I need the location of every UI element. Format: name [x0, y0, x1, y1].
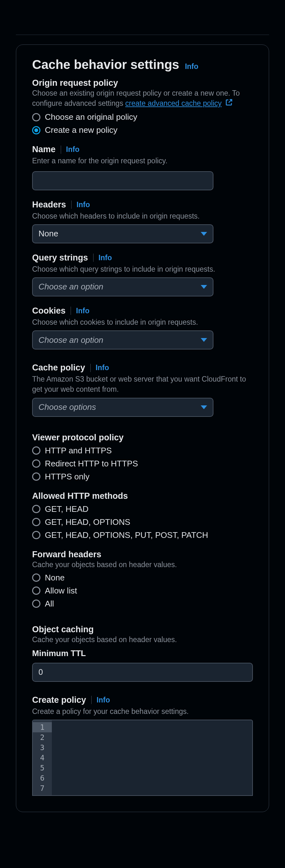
select-placeholder: Choose an option — [38, 335, 104, 345]
object-caching-label: Object caching — [32, 625, 253, 634]
cookies-label: Cookies — [32, 306, 65, 316]
radio-redirect-https[interactable]: Redirect HTTP to HTTPS — [32, 459, 253, 469]
radio-icon — [32, 472, 40, 481]
allowed-methods-label: Allowed HTTP methods — [32, 491, 253, 501]
viewer-protocol-section: Viewer protocol policy HTTP and HTTPS Re… — [32, 433, 253, 482]
radio-label: Redirect HTTP to HTTPS — [45, 459, 138, 469]
select-value: None — [38, 229, 58, 239]
radio-icon — [32, 518, 40, 526]
radio-icon — [32, 505, 40, 513]
origin-request-policy-section: Origin request policy Choose an existing… — [32, 78, 253, 135]
origin-request-policy-label: Origin request policy — [32, 78, 253, 88]
radio-icon — [32, 587, 40, 595]
radio-forward-none[interactable]: None — [32, 573, 253, 583]
radio-label: GET, HEAD, OPTIONS, PUT, POST, PATCH — [45, 530, 208, 540]
radio-icon — [32, 574, 40, 582]
name-input[interactable] — [32, 171, 213, 190]
create-advanced-cache-policy-link[interactable]: create advanced cache policy — [125, 99, 222, 107]
query-strings-select[interactable]: Choose an option — [32, 277, 213, 297]
select-placeholder: Choose options — [38, 402, 96, 412]
headers-section: Headers Info Choose which headers to inc… — [32, 200, 253, 243]
object-caching-helper: Cache your objects based on header value… — [32, 634, 253, 645]
name-section: Name Info Enter a name for the origin re… — [32, 145, 253, 190]
origin-request-policy-helper: Choose an existing origin request policy… — [32, 88, 253, 109]
radio-label: Create a new policy — [45, 125, 117, 135]
external-link-icon — [225, 98, 233, 109]
divider-icon — [91, 696, 92, 704]
radio-get-head[interactable]: GET, HEAD — [32, 504, 253, 514]
query-strings-label: Query strings — [32, 253, 88, 263]
viewer-protocol-label: Viewer protocol policy — [32, 433, 253, 442]
radio-icon — [32, 459, 40, 468]
radio-label: GET, HEAD, OPTIONS — [45, 517, 131, 527]
cache-policy-helper: The Amazon S3 bucket or web server that … — [32, 374, 253, 394]
divider-icon — [93, 253, 93, 262]
cache-policy-select[interactable]: Choose options — [32, 398, 213, 417]
name-label: Name — [32, 145, 56, 154]
object-caching-section: Object caching Cache your objects based … — [32, 625, 253, 682]
panel-title-row: Cache behavior settings Info — [32, 58, 253, 72]
radio-get-head-options[interactable]: GET, HEAD, OPTIONS — [32, 517, 253, 527]
forward-headers-label: Forward headers — [32, 550, 253, 559]
gutter-line: 3 — [33, 743, 52, 753]
allowed-methods-section: Allowed HTTP methods GET, HEAD GET, HEAD… — [32, 491, 253, 540]
radio-label: GET, HEAD — [45, 504, 88, 514]
query-strings-helper: Choose which query strings to include in… — [32, 264, 253, 274]
headers-helper: Choose which headers to include in origi… — [32, 211, 253, 221]
name-helper: Enter a name for the origin request poli… — [32, 156, 253, 166]
radio-create-new[interactable]: Create a new policy — [32, 125, 253, 135]
forward-headers-section: Forward headers Cache your objects based… — [32, 550, 253, 609]
cache-behavior-panel: Cache behavior settings Info Origin requ… — [16, 44, 269, 812]
cache-policy-label: Cache policy — [32, 363, 85, 373]
gutter-line: 1 — [33, 722, 52, 732]
chevron-down-icon — [201, 232, 207, 236]
gutter-line: 6 — [33, 773, 52, 783]
radio-label: Allow list — [45, 586, 77, 596]
create-policy-helper: Create a policy for your cache behavior … — [32, 706, 253, 716]
radio-http-https[interactable]: HTTP and HTTPS — [32, 446, 253, 456]
radio-forward-allow-list[interactable]: Allow list — [32, 586, 253, 596]
cookies-select[interactable]: Choose an option — [32, 331, 213, 349]
radio-choose-original[interactable]: Choose an original policy — [32, 112, 253, 122]
create-policy-info-link[interactable]: Info — [97, 696, 110, 704]
cookies-section: Cookies Info Choose which cookies to inc… — [32, 306, 253, 349]
cache-policy-section: Cache policy Info The Amazon S3 bucket o… — [32, 363, 253, 416]
divider-icon — [71, 200, 72, 209]
headers-info-link[interactable]: Info — [77, 200, 90, 209]
top-bar — [16, 0, 269, 35]
gutter-line: 4 — [33, 753, 52, 763]
chevron-down-icon — [201, 285, 207, 289]
create-policy-label: Create policy — [32, 695, 86, 705]
chevron-down-icon — [201, 405, 207, 409]
cache-policy-info-link[interactable]: Info — [96, 364, 109, 372]
cookies-helper: Choose which cookies to include in origi… — [32, 317, 253, 327]
query-strings-section: Query strings Info Choose which query st… — [32, 253, 253, 297]
radio-icon — [32, 126, 40, 134]
radio-https-only[interactable]: HTTPS only — [32, 472, 253, 482]
radio-label: Choose an original policy — [45, 112, 137, 122]
radio-label: None — [45, 573, 64, 583]
gutter-line: 2 — [33, 732, 52, 743]
forward-headers-helper: Cache your objects based on header value… — [32, 559, 253, 570]
divider-icon — [90, 364, 91, 372]
radio-get-head-options-put-post-patch[interactable]: GET, HEAD, OPTIONS, PUT, POST, PATCH — [32, 530, 253, 540]
headers-label: Headers — [32, 200, 66, 210]
radio-icon — [32, 446, 40, 455]
gutter-line: 5 — [33, 763, 52, 773]
code-gutter: 1 2 3 4 5 6 7 — [33, 720, 52, 795]
radio-icon — [32, 113, 40, 121]
radio-label: HTTP and HTTPS — [45, 446, 112, 456]
policy-code-editor[interactable]: 1 2 3 4 5 6 7 — [32, 720, 253, 796]
headers-select[interactable]: None — [32, 224, 213, 243]
query-strings-info-link[interactable]: Info — [98, 253, 112, 262]
divider-icon — [70, 307, 71, 315]
minimum-ttl-input[interactable] — [32, 663, 253, 682]
name-info-link[interactable]: Info — [66, 145, 80, 154]
panel-info-link[interactable]: Info — [185, 62, 198, 71]
code-body[interactable] — [52, 720, 252, 795]
radio-label: All — [45, 599, 54, 609]
cookies-info-link[interactable]: Info — [76, 307, 89, 315]
radio-forward-all[interactable]: All — [32, 599, 253, 609]
divider-icon — [61, 146, 61, 154]
create-policy-section: Create policy Info Create a policy for y… — [32, 695, 253, 796]
